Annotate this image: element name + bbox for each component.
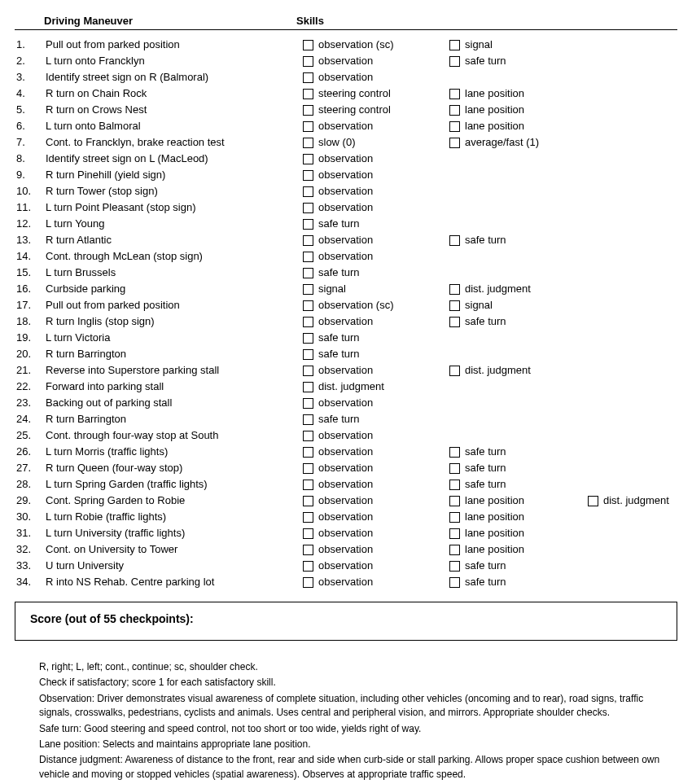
skill-label: observation	[318, 183, 373, 199]
checkbox[interactable]	[303, 561, 313, 572]
checkbox[interactable]	[303, 414, 313, 425]
checkbox[interactable]	[449, 545, 460, 555]
checkbox[interactable]	[303, 203, 313, 213]
table-row: 13.R turn Atlanticobservationsafe turn	[15, 232, 677, 248]
row-number: 13.	[15, 232, 46, 248]
skills-cell: observation	[303, 395, 677, 411]
checkbox[interactable]	[303, 252, 313, 262]
checkbox[interactable]	[303, 186, 313, 197]
checkbox[interactable]	[303, 89, 313, 99]
header-skills: Skills	[296, 15, 677, 27]
maneuver-text: R turn Pinehill (yield sign)	[46, 167, 303, 183]
maneuver-text: R turn on Crows Nest	[46, 102, 303, 118]
table-row: 27.R turn Queen (four-way stop)observati…	[15, 460, 677, 476]
checkbox[interactable]	[449, 463, 460, 474]
skill-item: lane position	[449, 541, 588, 558]
checkbox[interactable]	[303, 138, 313, 148]
skill-item: observation (sc)	[303, 297, 449, 313]
checkbox[interactable]	[449, 317, 460, 327]
checkbox[interactable]	[303, 40, 313, 50]
checkbox[interactable]	[303, 154, 313, 164]
checkbox[interactable]	[449, 284, 460, 295]
checkbox[interactable]	[303, 382, 313, 392]
checkbox[interactable]	[303, 496, 313, 506]
checkbox[interactable]	[303, 545, 313, 555]
row-number: 32.	[15, 541, 46, 558]
checkbox[interactable]	[303, 284, 313, 295]
skills-cell: observationsafe turn	[303, 476, 677, 493]
checkbox[interactable]	[449, 138, 460, 148]
skill-label: safe turn	[318, 330, 360, 346]
checkbox[interactable]	[449, 480, 460, 490]
checkbox[interactable]	[449, 89, 460, 99]
checkbox[interactable]	[303, 349, 313, 360]
skill-label: observation	[318, 199, 373, 216]
checkbox[interactable]	[303, 366, 313, 376]
checkbox[interactable]	[303, 333, 313, 344]
skills-cell: safe turn	[303, 216, 677, 232]
table-row: 9.R turn Pinehill (yield sign)observatio…	[15, 167, 677, 183]
checkbox[interactable]	[449, 121, 460, 132]
skills-cell: safe turn	[303, 330, 677, 346]
skill-item: observation	[303, 313, 449, 330]
maneuver-text: L turn onto Balmoral	[46, 118, 303, 134]
footnote-line: Check if satisfactory; score 1 for each …	[39, 676, 669, 690]
checkbox[interactable]	[303, 72, 313, 83]
skill-item: observation	[303, 69, 449, 85]
checkbox[interactable]	[303, 577, 313, 588]
row-number: 19.	[15, 330, 46, 346]
checkbox[interactable]	[303, 480, 313, 490]
checkbox[interactable]	[449, 235, 460, 246]
checkbox[interactable]	[303, 170, 313, 181]
checkbox[interactable]	[449, 561, 460, 572]
checkbox[interactable]	[303, 105, 313, 116]
skills-cell: observationlane position	[303, 541, 677, 558]
checkbox[interactable]	[303, 268, 313, 278]
checkbox[interactable]	[449, 447, 460, 458]
skill-label: lane position	[465, 493, 524, 509]
checkbox[interactable]	[449, 366, 460, 376]
skill-item: observation	[303, 493, 449, 509]
maneuver-text: L turn Robie (traffic lights)	[46, 509, 303, 525]
skill-label: safe turn	[465, 460, 506, 476]
checkbox[interactable]	[449, 105, 460, 116]
checkbox[interactable]	[449, 512, 460, 523]
checkbox[interactable]	[449, 300, 460, 311]
checkbox[interactable]	[303, 512, 313, 523]
checkbox[interactable]	[303, 447, 313, 458]
skill-item: dist. judgment	[449, 281, 588, 297]
maneuver-text: Curbside parking	[46, 281, 303, 297]
maneuver-list: 1.Pull out from parked positionobservati…	[15, 37, 677, 590]
checkbox[interactable]	[303, 121, 313, 132]
skills-cell: observationdist. judgment	[303, 362, 677, 379]
skill-item: steering control	[303, 102, 449, 118]
skills-cell: observationsafe turn	[303, 53, 677, 69]
maneuver-text: L turn Young	[46, 216, 303, 232]
skill-item: observation	[303, 509, 449, 525]
checkbox[interactable]	[588, 496, 598, 506]
checkbox[interactable]	[449, 496, 460, 506]
skill-item: lane position	[449, 118, 588, 134]
skill-item: steering control	[303, 85, 449, 102]
checkbox[interactable]	[449, 56, 460, 67]
checkbox[interactable]	[303, 317, 313, 327]
checkbox[interactable]	[303, 56, 313, 67]
checkbox[interactable]	[303, 398, 313, 409]
checkbox[interactable]	[303, 431, 313, 441]
skill-label: observation	[318, 558, 373, 574]
checkbox[interactable]	[303, 219, 313, 230]
checkbox[interactable]	[449, 40, 460, 50]
checkbox[interactable]	[303, 528, 313, 539]
row-number: 26.	[15, 444, 46, 460]
table-row: 2.L turn onto Francklynobservationsafe t…	[15, 53, 677, 69]
checkbox[interactable]	[303, 463, 313, 474]
row-number: 2.	[15, 53, 46, 69]
skill-label: lane position	[465, 525, 524, 541]
footnote-line: R, right; L, left; cont., continue; sc, …	[39, 660, 669, 674]
row-number: 29.	[15, 493, 46, 509]
checkbox[interactable]	[449, 528, 460, 539]
checkbox[interactable]	[449, 577, 460, 588]
skill-item: safe turn	[449, 232, 588, 248]
checkbox[interactable]	[303, 300, 313, 311]
checkbox[interactable]	[303, 235, 313, 246]
